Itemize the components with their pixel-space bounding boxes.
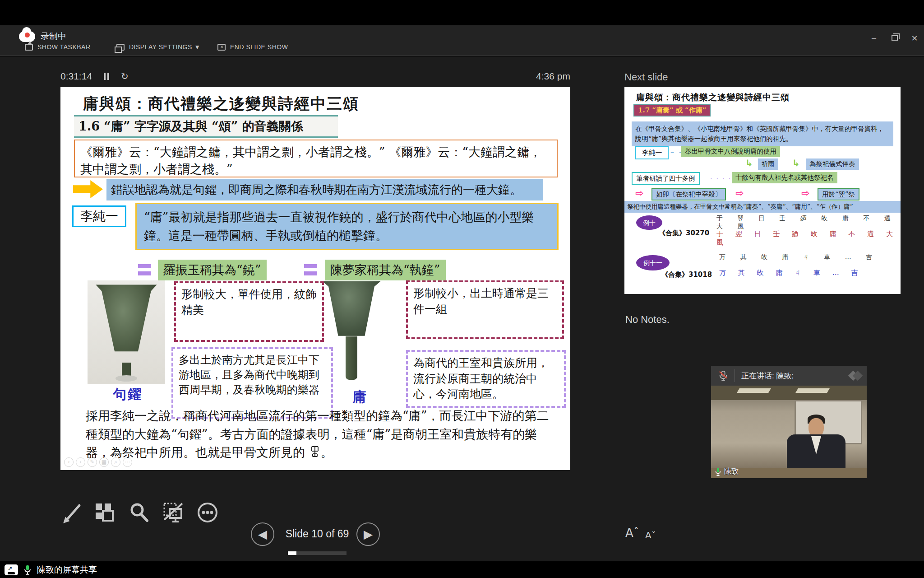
app-logo-icon bbox=[850, 372, 861, 379]
mic-active-icon bbox=[23, 564, 32, 575]
video-header: 正在讲话: 陳致; bbox=[711, 366, 867, 386]
yi-sacrifice-box: 用於“翌”祭 bbox=[818, 188, 859, 200]
restart-timer-button[interactable]: ↻ bbox=[121, 71, 129, 82]
more-options-button[interactable] bbox=[195, 500, 220, 525]
elbow-arrow-icon: ↳ bbox=[745, 158, 753, 168]
overlay-zoom-icon: ⌕ bbox=[111, 457, 120, 467]
speaker-video-thumbnail[interactable]: 正在讲话: 陳致; 陳致 bbox=[711, 366, 867, 478]
gou-diao-bell-image bbox=[88, 280, 165, 384]
example-10-oracle-row: 于 翌 日 壬 廼 敀 庸 不 遘 大 風 bbox=[716, 214, 901, 231]
pause-timer-button[interactable] bbox=[104, 73, 109, 80]
screen-share-icon bbox=[5, 564, 18, 575]
next-slide-label: Next slide bbox=[624, 71, 668, 83]
gou-diao-label: 句鑃 bbox=[113, 385, 143, 404]
luo-zhenyu-box: 羅振玉稱其為“鐃” bbox=[158, 260, 267, 280]
next-slide-button[interactable]: ▶ bbox=[356, 522, 380, 546]
example-10-transcription: 于 翌 日 壬 廼 敀 庸 不 遘 大 風 bbox=[716, 230, 901, 247]
overlay-next-icon: › bbox=[76, 457, 85, 467]
accompany-box: 為祭祀儀式伴奏 bbox=[806, 158, 859, 170]
example-11-badge: 例十一 bbox=[636, 255, 670, 270]
notes-placeholder: No Notes. bbox=[625, 314, 670, 326]
example-10-source: 《合集》30270 bbox=[659, 229, 709, 238]
decrease-font-button[interactable]: Aˇ bbox=[645, 530, 656, 541]
slide-section-heading: 1.6 “庸” 字字源及其與 “頌” 的音義關係 bbox=[74, 115, 338, 138]
share-label: 陳致的屏幕共享 bbox=[37, 564, 97, 576]
end-slide-show-button[interactable]: END SLIDE SHOW bbox=[217, 43, 288, 51]
slide-title: 庸與頌：商代禮樂之迻變與詩經中三頌 bbox=[83, 93, 359, 114]
li-chunyi-box: 李純一 bbox=[635, 146, 669, 159]
rain-box: 祈雨 bbox=[758, 158, 778, 170]
yong-label: 庸 bbox=[353, 388, 368, 406]
speaker-name-overlay: 陳致 bbox=[715, 467, 739, 476]
example-11-transcription: 万 其 敀 庸 ㄐ 車 … 吉 bbox=[719, 269, 863, 277]
next-slide-intro: 在《甲骨文合集》、《小屯南地甲骨》和《英國所藏甲骨集》中，有大量的甲骨資料，說明… bbox=[632, 121, 893, 146]
presenter-workarea: 0:31:14 ↻ 4:36 pm 庸與頌：商代禮樂之迻變與詩經中三頌 1.6 … bbox=[0, 56, 924, 561]
display-settings-label: DISPLAY SETTINGS ▼ bbox=[129, 43, 201, 51]
presenter-view-window: 录制中 SHOW TASKBAR DISPLAY SETTINGS ▼ END … bbox=[0, 0, 924, 578]
yellow-arrow-icon bbox=[73, 180, 103, 198]
show-taskbar-button[interactable]: SHOW TASKBAR bbox=[25, 43, 91, 51]
black-screen-button[interactable] bbox=[161, 500, 186, 525]
magnifier-button[interactable] bbox=[126, 500, 152, 525]
li-point-box: 舉出甲骨文中八例說明庸的使用 bbox=[681, 146, 780, 157]
elbow-arrow-icon: ↳ bbox=[792, 158, 800, 168]
mic-muted-icon bbox=[718, 370, 728, 381]
overlay-prev-icon: ‹ bbox=[64, 457, 74, 467]
li-chunyi-quote: “庸”最初就是指那些過去一直被視作鐃的，盛行於商代中心地區的小型樂鐘。這是一種帶… bbox=[135, 203, 559, 250]
royal-use-note: 為商代的王室和貴族所用，流行於原商王朝的統治中心，今河南地區。 bbox=[406, 350, 566, 408]
example-10-badge: 例十 bbox=[636, 215, 662, 230]
example-11-oracle-row: 万 其 敀 庸 ㄐ 車 … 吉 bbox=[719, 253, 878, 261]
end-slide-show-label: END SLIDE SHOW bbox=[230, 43, 288, 51]
large-form-note: 形制較大，單件使用，紋飾精美 bbox=[174, 281, 324, 342]
overlay-pen-icon: ✎ bbox=[88, 457, 97, 467]
usage-terms-bar: 祭祀中使用庸這種樂器，在甲骨文中常稱為“庸奏”、“奏庸”、“庸用”、“乍（作）庸… bbox=[624, 201, 901, 213]
oracle-glyph-yong bbox=[309, 445, 321, 458]
pink-arrow-icon: ⇨ bbox=[735, 187, 744, 199]
recording-label: 录制中 bbox=[41, 31, 66, 42]
mic-live-icon bbox=[715, 467, 721, 476]
equals-icon bbox=[304, 264, 317, 279]
speaker-name: 陳致 bbox=[724, 467, 739, 476]
slide-counter: Slide 10 of 69 bbox=[283, 528, 351, 540]
video-feed bbox=[711, 386, 867, 478]
mistaken-note: 錯誤地認為就是句鑃，即商周之際和春秋時期在南方江漢流域流行的一種大鐘。 bbox=[106, 179, 543, 200]
increase-font-button[interactable]: Aˆ bbox=[625, 526, 639, 540]
speaking-label: 正在讲话: 陳致; bbox=[741, 371, 850, 381]
overlay-sorter-icon: ▦ bbox=[99, 457, 109, 467]
slide-sorter-button[interactable] bbox=[92, 500, 117, 525]
erya-quote-box: 《爾雅》云：“大鐘謂之鏞，其中謂之剽，小者謂之棧。” 《爾雅》云：“大鐘謂之鏞，… bbox=[74, 140, 558, 177]
example-kill-box: 如卯〔在祭祀中宰殺〕 bbox=[651, 188, 726, 200]
timer-row: 0:31:14 ↻ bbox=[60, 71, 129, 82]
conclusion-paragraph: 採用李純一之說，稱商代河南地區流行的第一種類型的鐘為“庸”，而長江中下游的第二種… bbox=[86, 407, 559, 462]
cloud-record-icon bbox=[19, 31, 35, 42]
small-form-note: 形制較小，出土時通常是三件一組 bbox=[406, 280, 564, 339]
next-slide-section-badge: 1.7 “庸奏” 或 “作庸” bbox=[633, 104, 711, 117]
equals-icon bbox=[138, 264, 151, 279]
display-settings-button[interactable]: DISPLAY SETTINGS ▼ bbox=[116, 43, 201, 51]
minimize-button[interactable]: – bbox=[867, 33, 881, 43]
divider bbox=[735, 369, 735, 382]
taskbar-icon bbox=[25, 44, 33, 51]
slide-overlay-nav[interactable]: ‹›✎▦⌕⋯ bbox=[64, 457, 132, 467]
conclusion-period: 。 bbox=[321, 445, 333, 459]
display-settings-icon bbox=[116, 44, 125, 51]
clock: 4:36 pm bbox=[514, 71, 570, 82]
recording-indicator: 录制中 bbox=[19, 31, 66, 42]
pink-arrow-icon: ⇨ bbox=[801, 187, 809, 199]
example-11-source: 《合集》31018 bbox=[661, 270, 712, 279]
ancestors-box: 十餘句有殷人祖先名或其他祭祀名 bbox=[732, 172, 837, 183]
author-note-box: 筆者研讀了四十多例 bbox=[632, 172, 700, 185]
pink-arrow-icon: ⇨ bbox=[635, 187, 643, 199]
next-slide-preview[interactable]: 庸與頌：商代禮樂之迻變與詩經中三頌 1.7 “庸奏” 或 “作庸” 在《甲骨文合… bbox=[624, 87, 901, 294]
pen-tool-button[interactable] bbox=[60, 500, 86, 525]
share-status-bar: 陳致的屏幕共享 bbox=[0, 561, 924, 578]
restore-button[interactable] bbox=[892, 35, 898, 41]
slide-progress-bar[interactable] bbox=[288, 551, 346, 555]
end-slide-show-icon bbox=[217, 44, 226, 51]
close-button[interactable]: ✕ bbox=[908, 33, 921, 43]
current-slide[interactable]: 庸與頌：商代禮樂之迻變與詩經中三頌 1.6 “庸” 字字源及其與 “頌” 的音義… bbox=[60, 87, 570, 470]
titlebar: 录制中 SHOW TASKBAR DISPLAY SETTINGS ▼ END … bbox=[0, 25, 924, 56]
previous-slide-button[interactable]: ◀ bbox=[251, 522, 274, 546]
li-chunyi-box: 李純一 bbox=[72, 205, 126, 227]
overlay-more-icon: ⋯ bbox=[123, 457, 132, 467]
